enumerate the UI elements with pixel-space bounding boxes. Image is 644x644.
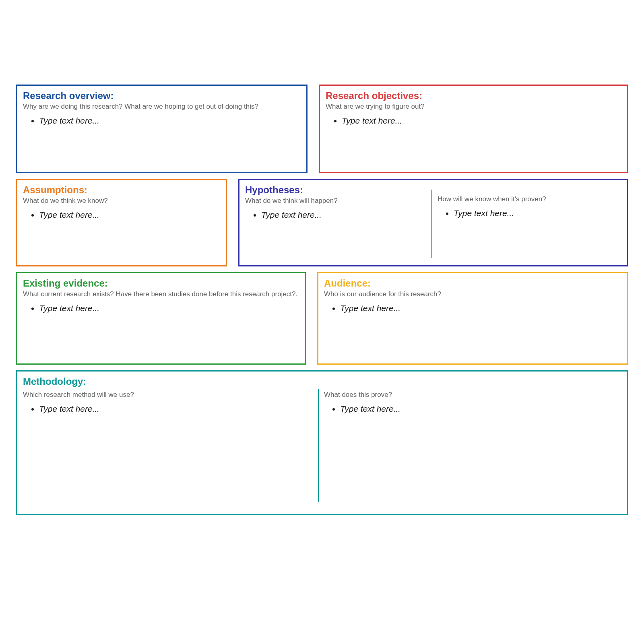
- row-2: Assumptions: What do we think we know? T…: [16, 179, 628, 266]
- card-title: Hypotheses:: [245, 184, 426, 196]
- card-content[interactable]: Type text here...: [438, 207, 621, 219]
- card-content[interactable]: Type text here...: [324, 403, 621, 415]
- placeholder-text[interactable]: Type text here...: [340, 403, 621, 415]
- row-3: Existing evidence: What current research…: [16, 272, 628, 365]
- row-4: Methodology: Which research method will …: [16, 370, 628, 515]
- placeholder-text[interactable]: Type text here...: [39, 115, 301, 126]
- placeholder-text[interactable]: Type text here...: [342, 115, 621, 126]
- card-content[interactable]: Type text here...: [23, 302, 299, 314]
- card-subtitle: What current research exists? Have there…: [23, 290, 299, 298]
- card-existing-evidence[interactable]: Existing evidence: What current research…: [16, 272, 306, 365]
- card-content[interactable]: Type text here...: [23, 115, 301, 126]
- card-subtitle: Which research method will we use?: [23, 391, 313, 399]
- placeholder-text[interactable]: Type text here...: [39, 302, 299, 314]
- card-subtitle: How will we know when it's proven?: [438, 195, 621, 203]
- placeholder-text[interactable]: Type text here...: [39, 209, 220, 221]
- card-subtitle: What do we think we know?: [23, 197, 220, 205]
- methodology-columns: Methodology: Which research method will …: [17, 372, 627, 514]
- hypotheses-left[interactable]: Hypotheses: What do we think will happen…: [239, 180, 432, 265]
- card-content[interactable]: Type text here...: [23, 403, 313, 415]
- card-subtitle: What are we trying to figure out?: [326, 103, 621, 111]
- row-1: Research overview: Why are we doing this…: [16, 85, 628, 173]
- research-plan-canvas: Research overview: Why are we doing this…: [16, 85, 628, 515]
- card-content[interactable]: Type text here...: [326, 115, 621, 126]
- card-title: Existing evidence:: [23, 277, 299, 289]
- methodology-left[interactable]: Methodology: Which research method will …: [17, 372, 318, 514]
- placeholder-text[interactable]: Type text here...: [340, 302, 621, 314]
- card-audience[interactable]: Audience: Who is our audience for this r…: [317, 272, 628, 365]
- card-title: Methodology:: [23, 376, 313, 388]
- card-methodology[interactable]: Methodology: Which research method will …: [16, 370, 628, 515]
- divider: [318, 389, 319, 502]
- card-subtitle: What do we think will happen?: [245, 197, 426, 205]
- card-assumptions[interactable]: Assumptions: What do we think we know? T…: [16, 179, 227, 266]
- placeholder-text[interactable]: Type text here...: [454, 207, 621, 219]
- card-content[interactable]: Type text here...: [245, 209, 426, 221]
- placeholder-text[interactable]: Type text here...: [39, 403, 313, 415]
- card-subtitle: Why are we doing this research? What are…: [23, 103, 301, 111]
- hypotheses-right[interactable]: How will we know when it's proven? Type …: [432, 180, 627, 265]
- card-title: Audience:: [324, 277, 621, 289]
- card-subtitle: What does this prove?: [324, 391, 621, 399]
- hypotheses-columns: Hypotheses: What do we think will happen…: [239, 180, 627, 265]
- methodology-right[interactable]: What does this prove? Type text here...: [318, 372, 627, 514]
- card-content[interactable]: Type text here...: [324, 302, 621, 314]
- card-subtitle: Who is our audience for this research?: [324, 290, 621, 298]
- card-title: Assumptions:: [23, 184, 220, 196]
- card-research-overview[interactable]: Research overview: Why are we doing this…: [16, 85, 308, 173]
- card-hypotheses[interactable]: Hypotheses: What do we think will happen…: [238, 179, 628, 266]
- card-research-objectives[interactable]: Research objectives: What are we trying …: [319, 85, 628, 173]
- card-content[interactable]: Type text here...: [23, 209, 220, 221]
- card-title: Research overview:: [23, 90, 301, 102]
- placeholder-text[interactable]: Type text here...: [261, 209, 426, 221]
- divider: [431, 190, 432, 258]
- card-title: Research objectives:: [326, 90, 621, 102]
